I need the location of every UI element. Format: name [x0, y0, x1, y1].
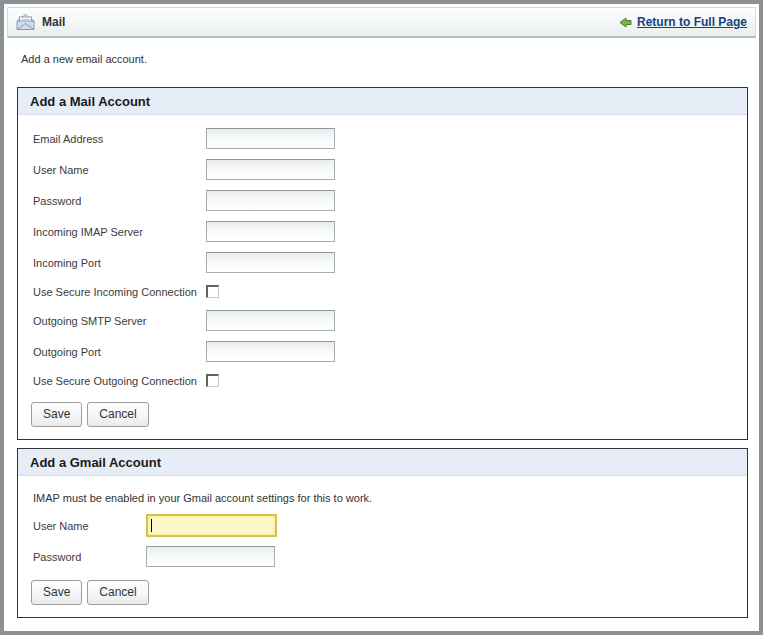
secure-incoming-row: Use Secure Incoming Connection [31, 278, 747, 305]
intro-text: Add a new email account. [21, 53, 759, 65]
outgoing-smtp-server-input[interactable] [206, 310, 335, 331]
mail-account-form: Email Address User Name Password Incomin… [18, 115, 747, 439]
mail-envelope-icon [15, 13, 36, 31]
user-name-label: User Name [31, 164, 206, 176]
text-cursor [151, 519, 152, 532]
gmail-account-section: Add a Gmail Account IMAP must be enabled… [17, 448, 748, 618]
gmail-user-name-wrap [146, 514, 277, 537]
outgoing-port-input[interactable] [206, 341, 335, 362]
return-to-full-page[interactable]: Return to Full Page [619, 15, 747, 29]
secure-outgoing-checkbox[interactable] [206, 374, 219, 387]
return-link[interactable]: Return to Full Page [637, 15, 747, 29]
portlet-title-group: Mail [15, 13, 65, 31]
secure-outgoing-row: Use Secure Outgoing Connection [31, 367, 747, 394]
password-row: Password [31, 185, 747, 216]
gmail-save-button[interactable]: Save [31, 580, 82, 605]
password-label: Password [31, 195, 206, 207]
gmail-account-form: IMAP must be enabled in your Gmail accou… [18, 476, 747, 617]
mail-account-section: Add a Mail Account Email Address User Na… [17, 87, 748, 440]
gmail-imap-note: IMAP must be enabled in your Gmail accou… [31, 484, 747, 510]
outgoing-port-label: Outgoing Port [31, 346, 206, 358]
portlet-title: Mail [42, 15, 65, 29]
incoming-port-row: Incoming Port [31, 247, 747, 278]
incoming-imap-server-input[interactable] [206, 221, 335, 242]
email-address-row: Email Address [31, 123, 747, 154]
gmail-password-label: Password [31, 551, 146, 563]
gmail-user-name-row: User Name [31, 510, 747, 541]
outgoing-smtp-server-label: Outgoing SMTP Server [31, 315, 206, 327]
outgoing-smtp-server-row: Outgoing SMTP Server [31, 305, 747, 336]
incoming-port-input[interactable] [206, 252, 335, 273]
mail-account-buttons: Save Cancel [31, 402, 747, 427]
gmail-account-buttons: Save Cancel [31, 580, 747, 605]
mail-portlet-page: { "portlet": { "title": "Mail", "icon": … [0, 0, 763, 635]
email-address-label: Email Address [31, 133, 206, 145]
secure-incoming-label: Use Secure Incoming Connection [31, 286, 206, 298]
gmail-password-input[interactable] [146, 546, 275, 567]
secure-outgoing-label: Use Secure Outgoing Connection [31, 375, 206, 387]
incoming-imap-server-row: Incoming IMAP Server [31, 216, 747, 247]
gmail-cancel-button[interactable]: Cancel [87, 580, 148, 605]
mail-account-section-title: Add a Mail Account [18, 88, 747, 115]
secure-incoming-checkbox[interactable] [206, 285, 219, 298]
incoming-imap-server-label: Incoming IMAP Server [31, 226, 206, 238]
gmail-user-name-label: User Name [31, 520, 146, 532]
mail-cancel-button[interactable]: Cancel [87, 402, 148, 427]
gmail-password-row: Password [31, 541, 747, 572]
gmail-user-name-input[interactable] [146, 514, 277, 537]
green-left-arrow-icon [619, 16, 632, 29]
password-input[interactable] [206, 190, 335, 211]
portlet-title-bar: Mail Return to Full Page [7, 7, 756, 38]
user-name-row: User Name [31, 154, 747, 185]
user-name-input[interactable] [206, 159, 335, 180]
incoming-port-label: Incoming Port [31, 257, 206, 269]
mail-save-button[interactable]: Save [31, 402, 82, 427]
outgoing-port-row: Outgoing Port [31, 336, 747, 367]
gmail-account-section-title: Add a Gmail Account [18, 449, 747, 476]
email-address-input[interactable] [206, 128, 335, 149]
